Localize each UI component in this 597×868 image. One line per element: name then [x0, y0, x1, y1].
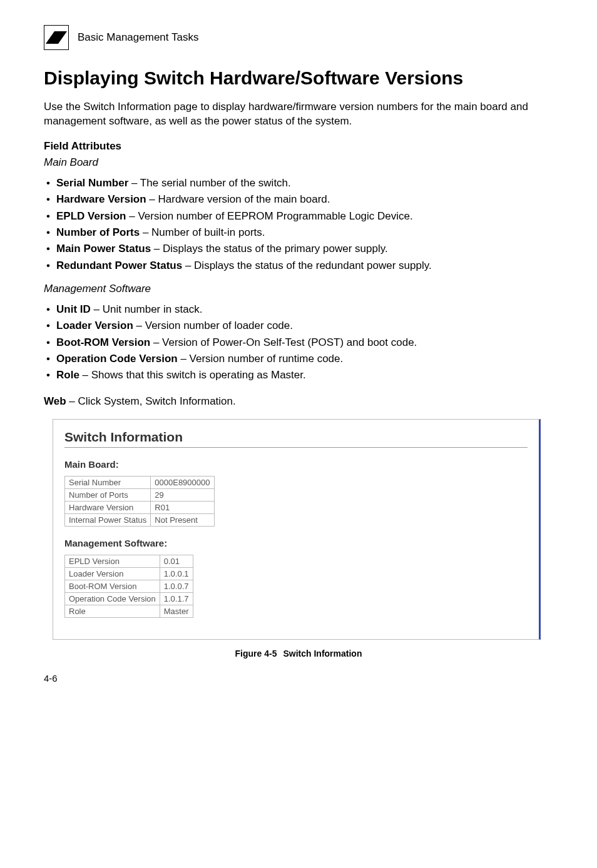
attr-name: Unit ID — [56, 303, 91, 315]
cell-value: 1.0.0.1 — [160, 567, 193, 580]
cell-label: Operation Code Version — [65, 592, 160, 605]
attr-desc: – Shows that this switch is operating as… — [79, 369, 306, 381]
panel-title: Switch Information — [64, 430, 528, 448]
cell-label: Role — [65, 605, 160, 617]
list-item: Number of Ports – Number of built-in por… — [44, 225, 553, 241]
list-item: Operation Code Version – Version number … — [44, 351, 553, 367]
cell-label: Serial Number — [65, 476, 151, 488]
intro-paragraph: Use the Switch Information page to displ… — [44, 100, 553, 129]
cell-label: Internal Power Status — [65, 513, 151, 526]
attr-name: Serial Number — [56, 177, 128, 189]
list-item: Hardware Version – Hardware version of t… — [44, 191, 553, 208]
cell-label: Hardware Version — [65, 501, 151, 513]
attr-name: Main Power Status — [56, 243, 151, 255]
attr-desc: – Unit number in stack. — [91, 303, 203, 315]
page-header: Basic Management Tasks — [44, 25, 553, 50]
attr-name: Operation Code Version — [56, 353, 178, 365]
table-row: Operation Code Version1.0.1.7 — [65, 592, 193, 605]
attr-name: EPLD Version — [56, 210, 126, 222]
figure-caption: Figure 4-5Switch Information — [44, 648, 553, 659]
table-row: EPLD Version0.01 — [65, 555, 193, 567]
attr-desc: – Version of Power-On Self-Test (POST) a… — [150, 336, 417, 348]
main-board-subhead: Main Board: — [64, 459, 528, 470]
cell-value: 29 — [151, 488, 214, 501]
cell-value: 0.01 — [160, 555, 193, 567]
switch-information-panel: Switch Information Main Board: Serial Nu… — [53, 419, 541, 640]
cell-value: R01 — [151, 501, 214, 513]
table-row: Number of Ports29 — [65, 488, 215, 501]
cell-value: Master — [160, 605, 193, 617]
page-number: 4-6 — [44, 673, 58, 684]
group-mgmt-software-heading: Management Software — [44, 283, 553, 295]
list-item: Redundant Power Status – Displays the st… — [44, 258, 553, 274]
cell-label: EPLD Version — [65, 555, 160, 567]
section-name: Basic Management Tasks — [78, 31, 198, 44]
cell-value: 0000E8900000 — [151, 476, 214, 488]
web-lead: Web — [44, 395, 66, 407]
web-rest: – Click System, Switch Information. — [66, 395, 236, 407]
list-item: Boot-ROM Version – Version of Power-On S… — [44, 335, 553, 351]
list-item: Role – Shows that this switch is operati… — [44, 367, 553, 383]
attr-name: Boot-ROM Version — [56, 336, 150, 348]
list-item: Loader Version – Version number of loade… — [44, 318, 553, 334]
web-instruction: Web – Click System, Switch Information. — [44, 395, 553, 408]
page-title: Displaying Switch Hardware/Software Vers… — [44, 68, 553, 89]
attr-name: Number of Ports — [56, 226, 140, 238]
attr-desc: – Version number of loader code. — [133, 320, 293, 331]
attr-desc: – Hardware version of the main board. — [146, 193, 330, 205]
attr-desc: – Version number of EEPROM Programmable … — [126, 210, 412, 222]
mgmt-software-table: EPLD Version0.01 Loader Version1.0.0.1 B… — [64, 555, 193, 618]
table-row: Loader Version1.0.0.1 — [65, 567, 193, 580]
mgmt-software-attr-list: Unit ID – Unit number in stack. Loader V… — [44, 301, 553, 384]
main-board-attr-list: Serial Number – The serial number of the… — [44, 175, 553, 274]
attr-name: Role — [56, 369, 79, 381]
mgmt-software-subhead: Management Software: — [64, 538, 528, 548]
group-main-board-heading: Main Board — [44, 156, 553, 169]
cell-label: Boot-ROM Version — [65, 580, 160, 592]
field-attributes-heading: Field Attributes — [44, 140, 553, 153]
cell-label: Number of Ports — [65, 488, 151, 501]
list-item: Main Power Status – Displays the status … — [44, 241, 553, 257]
cell-label: Loader Version — [65, 567, 160, 580]
list-item: Unit ID – Unit number in stack. — [44, 301, 553, 318]
figure-title: Switch Information — [283, 648, 362, 659]
list-item: Serial Number – The serial number of the… — [44, 175, 553, 191]
cell-value: Not Present — [151, 513, 214, 526]
main-board-table: Serial Number0000E8900000 Number of Port… — [64, 476, 215, 527]
attr-desc: – Displays the status of the redundant p… — [182, 260, 431, 271]
cell-value: 1.0.0.7 — [160, 580, 193, 592]
attr-name: Loader Version — [56, 320, 133, 331]
chapter-icon — [44, 25, 69, 50]
attr-name: Redundant Power Status — [56, 260, 182, 271]
attr-desc: – Number of built-in ports. — [140, 226, 265, 238]
list-item: EPLD Version – Version number of EEPROM … — [44, 208, 553, 225]
table-row: Internal Power StatusNot Present — [65, 513, 215, 526]
attr-name: Hardware Version — [56, 193, 146, 205]
attr-desc: – Displays the status of the primary pow… — [151, 243, 388, 255]
svg-marker-0 — [46, 31, 67, 44]
attr-desc: – Version number of runtime code. — [178, 353, 344, 365]
attr-desc: – The serial number of the switch. — [128, 177, 291, 189]
cell-value: 1.0.1.7 — [160, 592, 193, 605]
table-row: Boot-ROM Version1.0.0.7 — [65, 580, 193, 592]
table-row: RoleMaster — [65, 605, 193, 617]
table-row: Hardware VersionR01 — [65, 501, 215, 513]
figure-label: Figure 4-5 — [235, 648, 277, 659]
table-row: Serial Number0000E8900000 — [65, 476, 215, 488]
